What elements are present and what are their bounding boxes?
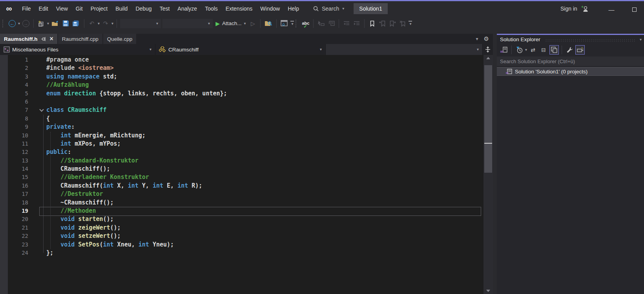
- code-line[interactable]: 2#include <iostream>: [0, 64, 483, 72]
- code-line[interactable]: 3using namespace std;: [0, 73, 483, 81]
- maximize-button[interactable]: [627, 4, 641, 15]
- scroll-up-button[interactable]: [483, 55, 493, 61]
- collapse-chevron-icon[interactable]: [39, 108, 44, 112]
- filter-dropdown[interactable]: ▾: [525, 48, 527, 52]
- save-all-button[interactable]: [71, 19, 81, 28]
- preview-selected-items-button[interactable]: [575, 45, 585, 55]
- code-line[interactable]: 24};: [0, 249, 483, 257]
- attach-button[interactable]: ▶ Attach... ▾: [215, 20, 246, 27]
- code-line[interactable]: 7class CRaumschiff: [0, 106, 483, 114]
- code-line[interactable]: 16 CRaumschiff(int X, int Y, int E, int …: [0, 182, 483, 190]
- toggle-bookmark-button[interactable]: [368, 19, 376, 28]
- menu-item-extensions[interactable]: Extensions: [222, 2, 256, 15]
- undo-button[interactable]: ↶: [88, 19, 96, 28]
- sync-with-active-document-button[interactable]: ⇄: [528, 45, 538, 55]
- undo-dropdown[interactable]: ▾: [98, 22, 100, 26]
- solution-explorer-search-input[interactable]: Search Solution Explorer (Ctrl+ü): [497, 57, 644, 66]
- menu-item-project[interactable]: Project: [87, 2, 112, 15]
- menu-item-test[interactable]: Test: [156, 2, 174, 15]
- solution-configurations-dropdown[interactable]: ▾: [120, 19, 161, 28]
- editor-vertical-scrollbar[interactable]: [483, 55, 493, 294]
- code-line[interactable]: 4//Aufzählung: [0, 81, 483, 89]
- properties-button[interactable]: [565, 45, 574, 55]
- new-file-button[interactable]: ✳: [37, 19, 46, 28]
- toolbar-grip-handle[interactable]: [2, 20, 5, 27]
- redo-dropdown[interactable]: ▾: [111, 22, 113, 26]
- toolbar-grip-handle[interactable]: [296, 20, 298, 27]
- code-line[interactable]: 15 //überladener Konstruktor: [0, 173, 483, 181]
- save-button[interactable]: [61, 19, 70, 28]
- find-in-files-button[interactable]: [264, 19, 273, 28]
- pin-icon[interactable]: [41, 37, 46, 42]
- sync-with-active-document-button[interactable]: ⌂: [280, 19, 289, 28]
- new-file-dropdown[interactable]: ▾: [47, 22, 49, 26]
- toolbar-overflow-button[interactable]: ▾: [409, 21, 412, 26]
- menu-item-view[interactable]: View: [52, 2, 72, 15]
- menu-item-tools[interactable]: Tools: [201, 2, 222, 15]
- code-line[interactable]: 11 int mXPos, mYPos;: [0, 140, 483, 148]
- code-line[interactable]: 20 void starten();: [0, 215, 483, 223]
- solution-badge[interactable]: Solution1: [354, 3, 387, 14]
- minimize-button[interactable]: —: [604, 4, 618, 15]
- solution-platforms-dropdown[interactable]: ▾: [162, 19, 213, 28]
- code-line[interactable]: 10 int mEnergie, mRichtung;: [0, 131, 483, 140]
- navigate-back-dropdown[interactable]: ▾: [18, 22, 20, 26]
- tab-raumschiff-h[interactable]: Raumschiff.h×: [0, 34, 57, 44]
- split-window-button[interactable]: [483, 44, 493, 55]
- redo-button[interactable]: ↷: [101, 19, 110, 28]
- code-line[interactable]: 18 ~CRaumschiff();: [0, 199, 483, 207]
- search-control[interactable]: Search ▾: [313, 5, 344, 12]
- open-file-button[interactable]: [51, 19, 60, 28]
- start-without-debugging-button[interactable]: ▷: [248, 19, 257, 28]
- type-scope-dropdown[interactable]: CRaumschiff ▾: [155, 44, 326, 55]
- menu-item-window[interactable]: Window: [256, 2, 284, 15]
- tab-quelle-cpp[interactable]: Quelle.cpp: [103, 34, 137, 44]
- menu-item-edit[interactable]: Edit: [35, 2, 52, 15]
- tree-item-solution[interactable]: ∞Solution 'Solution1' (0 projects): [497, 67, 644, 76]
- code-line[interactable]: 8{: [0, 115, 483, 123]
- code-line[interactable]: 6: [0, 98, 483, 106]
- panel-splitter[interactable]: [493, 34, 497, 294]
- previous-bookmark-button[interactable]: [378, 19, 387, 28]
- increase-line-indent-button[interactable]: [352, 19, 361, 28]
- gear-icon[interactable]: ⚙: [484, 35, 489, 42]
- display-member-list-button[interactable]: [317, 19, 325, 28]
- toolbar-overflow-button[interactable]: ▾: [290, 21, 294, 26]
- close-icon[interactable]: ×: [50, 36, 53, 42]
- scroll-down-button[interactable]: [483, 288, 493, 294]
- code-line[interactable]: 1#pragma once: [0, 56, 483, 64]
- code-line[interactable]: 19 //Methoden: [0, 207, 483, 215]
- show-all-files-button[interactable]: [549, 45, 559, 55]
- solution-explorer-titlebar[interactable]: Solution Explorer ▾: [497, 35, 644, 44]
- code-line[interactable]: 5enum direction {stopp, links, rechts, o…: [0, 89, 483, 98]
- menu-item-help[interactable]: Help: [284, 2, 303, 15]
- menu-item-debug[interactable]: Debug: [131, 2, 155, 15]
- code-line[interactable]: 12public:: [0, 148, 483, 156]
- code-line[interactable]: 22 void setzeWert();: [0, 232, 483, 240]
- switch-views-button[interactable]: ∞: [499, 45, 509, 55]
- member-scope-dropdown[interactable]: ▾: [326, 44, 483, 55]
- menu-item-build[interactable]: Build: [111, 2, 131, 15]
- collapse-all-button[interactable]: ⊟: [539, 45, 548, 55]
- next-bookmark-button[interactable]: [388, 19, 397, 28]
- tab-raumschiff-cpp[interactable]: Raumschiff.cpp: [58, 34, 102, 44]
- scrollbar-thumb[interactable]: [484, 65, 492, 173]
- code-line[interactable]: 9private:: [0, 123, 483, 131]
- menu-item-analyze[interactable]: Analyze: [173, 2, 201, 15]
- pending-changes-filter-button[interactable]: [514, 45, 524, 55]
- code-line[interactable]: 17 //Destruktor: [0, 190, 483, 198]
- window-position-dropdown[interactable]: ▾: [640, 38, 642, 42]
- navigate-back-button[interactable]: ←: [8, 19, 16, 28]
- active-files-dropdown[interactable]: ▾: [476, 37, 478, 41]
- code-editor[interactable]: 1#pragma once2#include <iostream>3using …: [0, 55, 483, 294]
- display-parameter-info-button[interactable]: [327, 19, 336, 28]
- project-scope-dropdown[interactable]: + + Miscellaneous Files ▾: [0, 44, 155, 55]
- code-line[interactable]: 23 void SetPos(int Xneu, int Yneu);: [0, 241, 483, 249]
- code-line[interactable]: 13 //Standard-Konstruktor: [0, 157, 483, 165]
- code-line[interactable]: 21 void zeigeWert();: [0, 224, 483, 232]
- menu-item-file[interactable]: File: [18, 2, 35, 15]
- decrease-line-indent-button[interactable]: [342, 19, 351, 28]
- menu-item-git[interactable]: Git: [72, 2, 87, 15]
- code-line[interactable]: 14 CRaumschiff();: [0, 165, 483, 173]
- spell-check-button[interactable]: abc✓: [301, 19, 310, 28]
